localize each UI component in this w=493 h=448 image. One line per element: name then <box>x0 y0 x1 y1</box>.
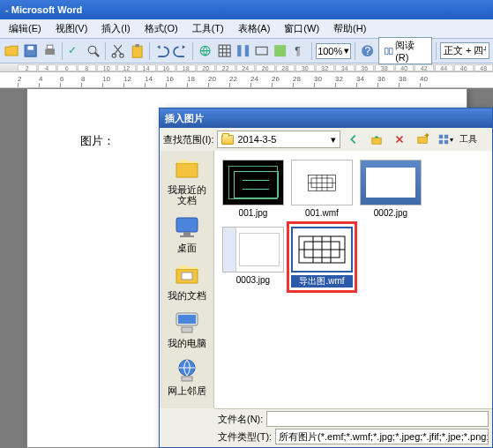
spellcheck-icon[interactable]: ✓ <box>66 42 83 60</box>
separator <box>311 42 312 60</box>
toolbar: ✓ ¶ 100%▾ ? 阅读(R) 正文 + 四号 <box>0 39 493 63</box>
menu-format[interactable]: 格式(O) <box>138 20 185 37</box>
lookin-combo[interactable]: 2014-3-5 ▾ <box>217 131 340 148</box>
menu-insert[interactable]: 插入(I) <box>94 20 137 37</box>
zoom-combo[interactable]: 100%▾ <box>316 43 351 59</box>
folder-name: 2014-3-5 <box>237 134 276 145</box>
svg-text:✓: ✓ <box>68 44 77 56</box>
insert-picture-dialog: 插入图片 查找范围(I): 2014-3-5 ▾ ✦ ▾ 工具 我最近的文档 桌… <box>159 108 493 448</box>
svg-rect-9 <box>132 46 142 57</box>
filetype-combo[interactable]: 所有图片(*.emf;*.wmf;*.jpg;*.jpeg;*.jfif;*.j… <box>275 429 489 444</box>
file-thumb[interactable]: 001.jpg <box>221 158 285 220</box>
menubar: 编辑(E) 视图(V) 插入(I) 格式(O) 工具(T) 表格(A) 窗口(W… <box>0 19 493 39</box>
up-icon[interactable] <box>367 131 386 148</box>
hyperlink-icon[interactable] <box>197 42 213 60</box>
file-thumb[interactable]: 0002.jpg <box>359 158 422 220</box>
ruler[interactable]: 246810121416182022242628303234363840 <box>0 72 493 88</box>
columns-icon[interactable] <box>235 42 251 60</box>
redo-icon[interactable] <box>172 42 189 60</box>
open-icon[interactable] <box>4 42 20 60</box>
filename-input[interactable] <box>266 411 489 427</box>
menu-help[interactable]: 帮助(H) <box>326 20 373 37</box>
svg-text:?: ? <box>365 45 371 57</box>
paragraph-icon[interactable]: ¶ <box>291 42 308 60</box>
separator <box>355 42 355 60</box>
file-name: 0002.jpg <box>360 208 422 218</box>
help-icon[interactable]: ? <box>359 42 376 60</box>
file-thumb[interactable]: 001.wmf <box>290 158 354 220</box>
dialog-title: 插入图片 <box>165 112 204 125</box>
cut-icon[interactable] <box>109 42 126 60</box>
menu-edit[interactable]: 编辑(E) <box>2 20 49 37</box>
lookin-label: 查找范围(I): <box>163 133 213 146</box>
svg-text:¶: ¶ <box>295 45 300 57</box>
dialog-toolbar: 查找范围(I): 2014-3-5 ▾ ✦ ▾ 工具 <box>160 128 492 151</box>
svg-rect-18 <box>245 45 249 56</box>
separator <box>436 42 437 60</box>
file-thumb[interactable]: 0003.jpg <box>221 225 285 289</box>
places-desktop[interactable]: 桌面 <box>163 213 211 253</box>
svg-rect-32 <box>182 273 192 280</box>
file-name: 001.wmf <box>291 208 353 218</box>
svg-rect-3 <box>47 45 52 49</box>
places-mycomputer[interactable]: 我的电脑 <box>163 308 211 348</box>
svg-line-6 <box>95 53 99 56</box>
svg-rect-34 <box>178 315 196 324</box>
svg-rect-28 <box>444 140 448 144</box>
svg-rect-10 <box>135 44 138 47</box>
filename-label: 文件名(N): <box>218 413 263 426</box>
menu-table[interactable]: 表格(A) <box>231 20 278 37</box>
file-thumb[interactable]: 导出图.wmf <box>290 225 354 289</box>
separator <box>192 42 193 60</box>
tools-icon[interactable]: 工具 <box>459 131 478 148</box>
read-button[interactable]: 阅读(R) <box>378 37 432 64</box>
newfolder-icon[interactable]: ✦ <box>413 131 432 148</box>
delete-icon[interactable] <box>390 131 409 148</box>
svg-text:✦: ✦ <box>423 133 429 140</box>
file-list[interactable]: 001.jpg001.wmf0002.jpg0003.jpg导出图.wmf <box>214 151 492 408</box>
app-title: - Microsoft Word <box>5 4 82 15</box>
separator <box>149 42 150 60</box>
svg-rect-29 <box>176 218 198 232</box>
map-icon[interactable] <box>272 42 288 60</box>
svg-rect-19 <box>256 47 267 55</box>
svg-rect-1 <box>28 46 34 49</box>
dialog-titlebar[interactable]: 插入图片 <box>160 108 492 128</box>
menu-window[interactable]: 窗口(W) <box>277 20 326 37</box>
places-bar: 我最近的文档 桌面 我的文档 我的电脑 网上邻居 <box>160 151 214 408</box>
filetype-label: 文件类型(T): <box>218 430 272 444</box>
menu-tools[interactable]: 工具(T) <box>185 20 231 37</box>
svg-rect-31 <box>180 235 194 237</box>
print-icon[interactable] <box>41 42 58 60</box>
back-icon[interactable] <box>344 131 363 148</box>
svg-rect-35 <box>182 327 192 332</box>
svg-rect-17 <box>237 45 241 56</box>
drawing-icon[interactable] <box>253 42 270 60</box>
menu-view[interactable]: 视图(V) <box>49 20 95 37</box>
svg-rect-12 <box>219 45 230 56</box>
ruler-marker-bar: 2468101214161820222426283032343638404244… <box>0 63 493 72</box>
svg-rect-2 <box>45 49 55 54</box>
places-recent[interactable]: 我最近的文档 <box>163 154 211 205</box>
folder-icon <box>221 135 234 145</box>
titlebar: - Microsoft Word <box>0 0 493 19</box>
separator <box>105 42 106 60</box>
svg-point-5 <box>88 46 96 54</box>
file-name: 0003.jpg <box>222 275 284 285</box>
undo-icon[interactable] <box>153 42 170 60</box>
places-mydocs[interactable]: 我的文档 <box>163 260 211 301</box>
separator <box>62 42 63 60</box>
document-text: 图片： <box>80 134 115 147</box>
paste-icon[interactable] <box>129 42 146 60</box>
save-icon[interactable] <box>22 42 39 60</box>
style-combo[interactable]: 正文 + 四号 <box>440 42 489 59</box>
table-icon[interactable] <box>216 42 233 60</box>
views-icon[interactable]: ▾ <box>436 131 455 148</box>
places-network[interactable]: 网上邻居 <box>163 355 211 396</box>
dialog-bottom: 文件名(N): 文件类型(T): 所有图片(*.emf;*.wmf;*.jpg;… <box>214 408 492 447</box>
svg-rect-20 <box>275 45 287 56</box>
svg-rect-25 <box>439 135 443 138</box>
svg-rect-27 <box>439 140 443 144</box>
research-icon[interactable] <box>85 42 101 60</box>
svg-rect-26 <box>444 135 448 138</box>
